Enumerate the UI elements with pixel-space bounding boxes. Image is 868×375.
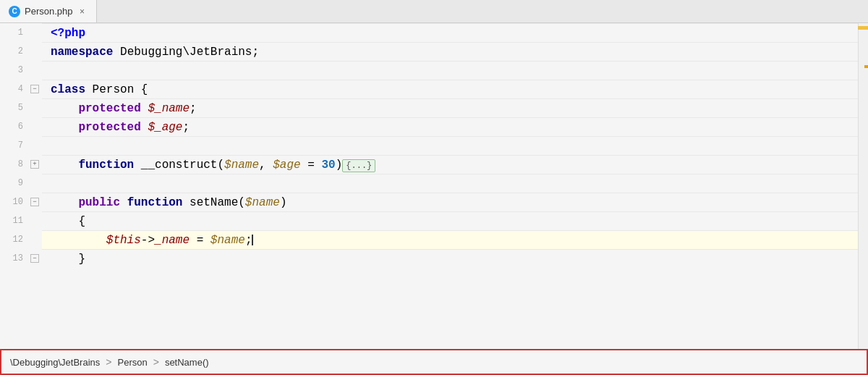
fold-class-button[interactable]: −	[30, 85, 39, 93]
line-num-12: 12	[0, 230, 27, 249]
fold-construct-button[interactable]: +	[30, 160, 39, 169]
gutter-7	[27, 136, 42, 155]
scrollbar[interactable]	[858, 23, 868, 375]
gutter-11	[27, 211, 42, 230]
code-line-10: public function setName($name)	[42, 193, 858, 211]
gutter-13[interactable]: −	[27, 249, 42, 268]
gutter-10[interactable]: −	[27, 193, 42, 211]
code-line-7	[42, 136, 858, 155]
line-number-column: 1 2 3 4 5 6 7 8 9 10 11 12 13	[0, 23, 27, 375]
code-line-4: class Person {	[42, 80, 858, 98]
line-num-6: 6	[0, 117, 27, 136]
fold-close-button[interactable]: −	[30, 254, 39, 263]
breadcrumb-namespace[interactable]: \Debugging\JetBrains	[10, 357, 100, 368]
breadcrumb-sep-1: >	[106, 356, 111, 368]
breadcrumb-sep-2: >	[153, 356, 159, 368]
code-line-9	[42, 174, 858, 193]
gutter-column: − + − −	[27, 23, 42, 375]
gutter-9	[27, 174, 42, 193]
gutter-3	[27, 61, 42, 80]
line-num-5: 5	[0, 98, 27, 117]
breadcrumb-method[interactable]: setName()	[165, 357, 209, 368]
line-num-4: 4	[0, 80, 27, 98]
code-line-12[interactable]: $this->_name = $name;	[42, 230, 858, 249]
tab-filename: Person.php	[25, 6, 73, 17]
line-num-2: 2	[0, 42, 27, 61]
code-line-2: namespace Debugging\JetBrains;	[42, 42, 858, 61]
line-num-11: 11	[0, 211, 27, 230]
fold-setname-button[interactable]: −	[30, 198, 39, 206]
line-num-10: 10	[0, 193, 27, 211]
line-num-7: 7	[0, 136, 27, 155]
line-num-3: 3	[0, 61, 27, 80]
code-line-11: {	[42, 211, 858, 230]
gutter-2	[27, 42, 42, 61]
gutter-12	[27, 230, 42, 249]
code-line-8: function __construct($name, $age = 30){.…	[42, 155, 858, 174]
tab-close-button[interactable]: ×	[77, 7, 88, 17]
gutter-6	[27, 117, 42, 136]
editor-main: 1 2 3 4 5 6 7 8 9 10 11 12 13	[0, 23, 858, 375]
breadcrumb-bar: \Debugging\JetBrains > Person > setName(…	[0, 349, 868, 375]
scrollbar-marker-mid	[864, 65, 868, 68]
code-column: <?php namespace Debugging\JetBrains; cla…	[42, 23, 858, 375]
line-num-1: 1	[0, 23, 27, 42]
code-line-1: <?php	[42, 23, 858, 42]
code-line-3	[42, 61, 858, 80]
gutter-5	[27, 98, 42, 117]
tab-person-php[interactable]: C Person.php ×	[0, 0, 97, 22]
code-line-13: }	[42, 249, 858, 268]
tab-bar: C Person.php ×	[0, 0, 868, 23]
code-line-5: protected $_name;	[42, 98, 858, 117]
tab-icon: C	[9, 6, 20, 17]
gutter-8[interactable]: +	[27, 155, 42, 174]
gutter-4[interactable]: −	[27, 80, 42, 98]
app-window: C Person.php × 1 2 3 4 5 6 7 8 9 10 11 1…	[0, 0, 868, 375]
line-num-8: 8	[0, 155, 27, 174]
code-line-6: protected $_age;	[42, 117, 858, 136]
gutter-1	[27, 23, 42, 42]
line-num-13: 13	[0, 249, 27, 268]
line-num-9: 9	[0, 174, 27, 193]
breadcrumb-class[interactable]: Person	[118, 357, 148, 368]
scrollbar-marker-top	[858, 26, 868, 30]
editor-body: 1 2 3 4 5 6 7 8 9 10 11 12 13	[0, 23, 868, 375]
